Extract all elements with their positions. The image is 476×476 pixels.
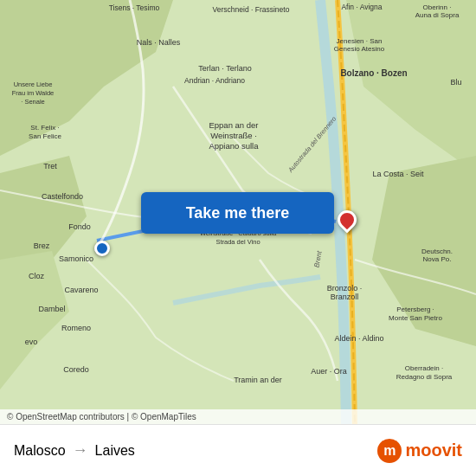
svg-text:Monte San Pietro: Monte San Pietro [389,314,442,322]
svg-text:Afin · Avigna: Afin · Avigna [341,3,382,11]
svg-text:Aldein · Aldino: Aldein · Aldino [334,334,383,343]
map-attribution: © OpenStreetMap contributors | © OpenMap… [0,409,476,424]
svg-text:Auna di Sopra: Auna di Sopra [415,11,460,19]
svg-text:Andrian · Andriano: Andrian · Andriano [184,76,245,85]
svg-text:Samonico: Samonico [59,254,93,263]
svg-text:Weinstraße ·: Weinstraße · [210,131,257,140]
svg-text:La Costa · Seit: La Costa · Seit [372,170,424,178]
destination-marker [338,210,357,229]
svg-text:Oberradein ·: Oberradein · [405,364,443,372]
svg-text:Unsere Liebe: Unsere Liebe [14,80,53,88]
svg-text:Eppan an der: Eppan an der [209,120,258,130]
svg-text:Cloz: Cloz [29,272,45,280]
moovit-m-icon: m [377,439,402,463]
svg-text:Redagno di Sopra: Redagno di Sopra [396,373,453,381]
svg-text:Petersberg ·: Petersberg · [396,306,434,313]
footer: Malosco → Laives m moovit [0,424,476,476]
svg-text:Blu: Blu [450,78,461,87]
svg-text:Castelfondo: Castelfondo [42,192,83,201]
footer-from-label: Malosco [14,443,66,459]
svg-text:Tisens · Tesimo: Tisens · Tesimo [109,3,160,12]
svg-text:Branzoll: Branzoll [331,293,359,301]
svg-text:Auer · Ora: Auer · Ora [311,367,347,376]
footer-to-label: Laives [95,443,135,459]
svg-text:Tramin an der: Tramin an der [234,376,282,384]
svg-text:Tret: Tret [43,162,57,170]
svg-text:Fondo: Fondo [68,222,91,231]
origin-marker [94,241,110,256]
svg-text:Nova Po.: Nova Po. [423,255,452,263]
footer-route: Malosco → Laives [14,441,135,460]
svg-text:Verschneid · Frassineto: Verschneid · Frassineto [213,5,290,14]
svg-text:Strada del Vino: Strada del Vino [215,238,260,246]
svg-text:Bolzano · Bozen: Bolzano · Bozen [340,68,407,78]
footer-route-info: Malosco → Laives [14,441,135,460]
svg-text:Cavareno: Cavareno [64,286,98,294]
svg-text:Coredo: Coredo [63,365,89,374]
moovit-text: moovit [405,441,462,460]
svg-text:evo: evo [25,338,38,346]
svg-text:Nals · Nalles: Nals · Nalles [137,38,181,47]
svg-text:Genesio Atesino: Genesio Atesino [334,45,385,53]
svg-text:Dambel: Dambel [38,305,65,313]
svg-text:· Senale: · Senale [21,98,45,106]
svg-text:Deutschn.: Deutschn. [421,248,453,255]
svg-text:Jenesien · San: Jenesien · San [337,37,383,45]
svg-text:Bronzolo ·: Bronzolo · [327,284,363,293]
svg-text:Oberinn ·: Oberinn · [423,3,452,11]
svg-text:Terlan · Terlano: Terlan · Terlano [198,64,251,73]
svg-text:St. Felix ·: St. Felix · [30,124,59,132]
svg-text:Frau im Walde: Frau im Walde [12,89,54,97]
take-me-there-button[interactable]: Take me there [141,192,334,234]
footer-arrow-icon: → [73,441,88,460]
svg-text:San Felice: San Felice [29,132,61,140]
svg-text:Brez: Brez [34,241,50,250]
svg-text:Appiano sulla: Appiano sulla [209,141,259,151]
moovit-logo: m moovit [377,439,462,463]
map-container: Tisens · Tesimo Verschneid · Frassineto … [0,0,476,424]
svg-text:Romeno: Romeno [61,324,91,332]
